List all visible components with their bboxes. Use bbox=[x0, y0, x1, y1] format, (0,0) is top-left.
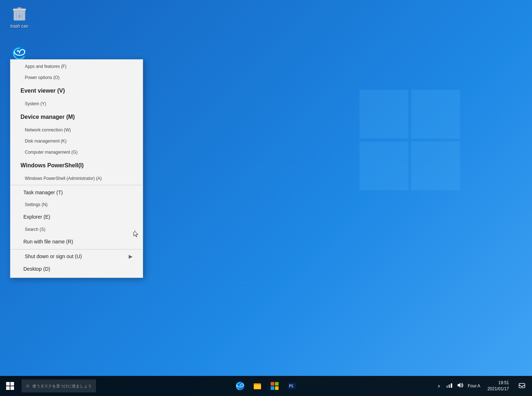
taskbar-app-explorer[interactable] bbox=[249, 377, 266, 395]
menu-system[interactable]: System (Y) bbox=[10, 98, 143, 110]
start-button[interactable] bbox=[0, 376, 20, 396]
ime-label: Four bbox=[468, 383, 477, 388]
menu-event-viewer[interactable]: Event viewer (V) bbox=[10, 83, 143, 98]
lang-label: A bbox=[477, 383, 480, 388]
submenu-arrow-icon: ▶ bbox=[129, 253, 133, 259]
svg-rect-16 bbox=[254, 383, 257, 385]
menu-explorer[interactable]: Explorer (E) bbox=[10, 210, 143, 224]
svg-rect-10 bbox=[10, 382, 14, 386]
clock-date: 2021/01/17 bbox=[487, 386, 509, 392]
svg-rect-12 bbox=[10, 386, 14, 390]
svg-rect-24 bbox=[449, 385, 450, 388]
taskbar-search-icon: ○ bbox=[26, 383, 29, 389]
taskbar-network[interactable] bbox=[445, 382, 454, 390]
clock-time: 19:51 bbox=[498, 380, 509, 386]
trash-can-label: trash can bbox=[10, 24, 28, 29]
svg-rect-2 bbox=[17, 8, 22, 9]
svg-rect-15 bbox=[254, 385, 261, 389]
menu-apps-features[interactable]: Apps and features (F) bbox=[10, 61, 143, 72]
menu-device-manager[interactable]: Device manager (M) bbox=[10, 110, 143, 125]
taskbar-system-tray: ∧ Four A bbox=[435, 376, 532, 396]
taskbar-app-powershell[interactable]: PS bbox=[283, 377, 301, 395]
menu-network-connection[interactable]: Network connection (W) bbox=[10, 125, 143, 136]
svg-text:♻: ♻ bbox=[18, 14, 21, 18]
menu-desktop[interactable]: Desktop (D) bbox=[10, 262, 143, 276]
context-menu: Apps and features (F) Power options (O) … bbox=[10, 59, 143, 278]
taskbar-chevron[interactable]: ∧ bbox=[435, 384, 443, 388]
menu-separator-1 bbox=[10, 185, 143, 185]
menu-run[interactable]: Run with file name (R) bbox=[10, 235, 143, 249]
taskbar-ime[interactable]: Four A bbox=[466, 383, 482, 388]
chevron-icon: ∧ bbox=[437, 384, 440, 388]
menu-separator-2 bbox=[10, 249, 143, 250]
taskbar-search-text: 使うタスクを見つけに使ましょう bbox=[32, 383, 92, 389]
trash-can-icon[interactable]: ♻ trash can bbox=[5, 3, 34, 31]
taskbar-app-store[interactable] bbox=[266, 377, 283, 395]
trash-can-image: ♻ bbox=[11, 5, 28, 22]
desktop: ♻ trash can Microsoft Edge Apps and feat… bbox=[0, 0, 532, 396]
svg-rect-18 bbox=[275, 382, 279, 386]
menu-disk-management[interactable]: Disk management (K) bbox=[10, 136, 143, 147]
svg-rect-17 bbox=[271, 382, 274, 386]
menu-search[interactable]: Search (S) bbox=[10, 224, 143, 235]
svg-rect-20 bbox=[275, 386, 279, 390]
windows-logo-watermark bbox=[359, 90, 460, 190]
svg-rect-25 bbox=[451, 383, 452, 388]
svg-rect-11 bbox=[6, 386, 10, 390]
svg-rect-9 bbox=[6, 382, 10, 386]
taskbar-volume[interactable] bbox=[455, 382, 465, 390]
menu-windows-powershell[interactable]: Windows PowerShell(I) bbox=[10, 158, 143, 173]
svg-rect-19 bbox=[271, 386, 274, 390]
menu-computer-management[interactable]: Computer management (G) bbox=[10, 147, 143, 158]
menu-powershell-admin[interactable]: Windows PowerShell (Administrator) (A) bbox=[10, 173, 143, 184]
svg-point-8 bbox=[17, 50, 19, 52]
svg-rect-23 bbox=[446, 386, 448, 388]
svg-marker-26 bbox=[458, 383, 460, 388]
menu-task-manager[interactable]: Task manager (T) bbox=[10, 186, 143, 200]
svg-text:PS: PS bbox=[289, 384, 293, 388]
taskbar-notification[interactable] bbox=[515, 376, 529, 396]
taskbar-app-edge[interactable] bbox=[231, 377, 249, 395]
menu-shutdown[interactable]: Shut down or sign out (U) ▶ bbox=[10, 250, 143, 262]
taskbar-clock[interactable]: 19:51 2021/01/17 bbox=[483, 380, 513, 392]
taskbar-search[interactable]: ○ 使うタスクを見つけに使ましょう bbox=[22, 379, 96, 392]
taskbar: ○ 使うタスクを見つけに使ましょう bbox=[0, 376, 532, 396]
menu-power-options[interactable]: Power options (O) bbox=[10, 72, 143, 83]
menu-shutdown-label: Shut down or sign out (U) bbox=[25, 253, 82, 259]
menu-settings[interactable]: Settings (N) bbox=[10, 199, 143, 210]
